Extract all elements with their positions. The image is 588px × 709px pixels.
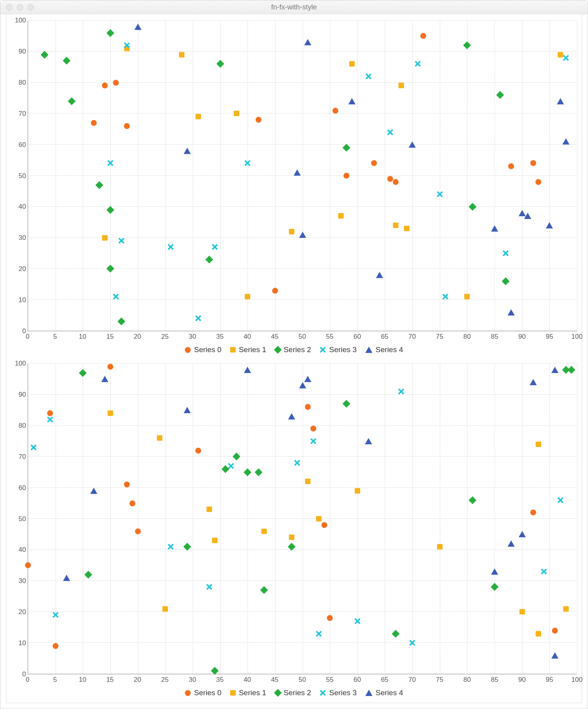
data-point-series-4: [348, 98, 355, 104]
data-point-series-1: [393, 223, 398, 228]
plot-area: [28, 364, 577, 674]
data-point-series-2: [470, 497, 475, 503]
data-point-series-3: [437, 191, 443, 197]
data-point-series-2: [212, 668, 218, 674]
x-tick-label: 25: [161, 333, 169, 341]
data-point-series-4: [244, 367, 251, 373]
legend-item-3: Series 3: [320, 689, 357, 697]
data-point-series-4: [491, 225, 498, 232]
data-point-series-3: [212, 244, 218, 250]
data-point-series-2: [80, 370, 86, 376]
data-point-series-3: [557, 497, 564, 503]
x-tick-label: 85: [491, 676, 498, 684]
legend-marker-icon: [274, 689, 282, 697]
y-tick-label: 0: [11, 670, 26, 678]
data-point-series-4: [63, 575, 70, 581]
data-point-series-3: [541, 568, 547, 575]
data-point-series-4: [299, 382, 306, 388]
data-point-series-3: [409, 640, 415, 646]
x-tick-label: 30: [189, 676, 196, 684]
data-point-series-0: [530, 510, 536, 516]
legend-item-1: Series 1: [230, 689, 266, 697]
data-point-series-2: [97, 182, 102, 188]
data-point-series-0: [52, 643, 58, 649]
scatter-chart-0: 0102030405060708090100051015202530354045…: [11, 20, 577, 356]
data-point-series-4: [299, 232, 306, 238]
x-tick-label: 55: [326, 333, 333, 341]
data-point-series-1: [563, 606, 569, 612]
x-tick-label: 15: [106, 333, 114, 341]
data-point-series-4: [551, 367, 558, 373]
legend-marker-icon: [230, 347, 236, 353]
data-point-series-3: [206, 584, 212, 590]
data-point-series-4: [288, 413, 295, 419]
x-tick-label: 35: [216, 676, 223, 684]
y-tick-label: 80: [11, 79, 26, 87]
x-tick-label: 45: [271, 676, 279, 684]
legend-label: Series 4: [376, 345, 403, 354]
data-point-series-1: [558, 52, 563, 58]
data-point-series-3: [316, 631, 322, 637]
x-tick-label: 100: [571, 333, 582, 341]
data-point-series-3: [294, 460, 300, 466]
app-window: fn-fx-with-style 01020304050607080901000…: [0, 0, 588, 709]
x-tick-label: 10: [79, 333, 86, 341]
y-tick-label: 50: [11, 515, 26, 523]
data-point-series-4: [524, 213, 531, 219]
y-tick-label: 50: [11, 172, 26, 180]
x-tick-label: 20: [134, 333, 141, 341]
y-tick-label: 40: [11, 546, 26, 554]
data-point-series-1: [398, 83, 404, 88]
data-point-series-0: [508, 163, 514, 169]
y-tick-label: 10: [11, 639, 26, 647]
data-point-series-2: [470, 204, 475, 210]
data-point-series-1: [157, 435, 162, 441]
data-point-series-4: [294, 169, 301, 176]
data-point-series-1: [536, 442, 541, 447]
data-point-series-0: [129, 500, 135, 506]
y-tick-label: 90: [11, 48, 26, 56]
data-point-series-1: [404, 226, 409, 231]
data-point-series-3: [30, 444, 37, 451]
content-area: 0102030405060708090100051015202530354045…: [6, 14, 582, 703]
legend-marker-icon: [185, 347, 191, 353]
data-point-series-0: [91, 120, 97, 126]
x-tick-label: 15: [106, 676, 114, 684]
legend-marker-icon: [365, 347, 372, 353]
data-point-series-2: [569, 367, 574, 373]
data-point-series-0: [530, 160, 536, 166]
legend-label: Series 2: [284, 689, 311, 697]
data-point-series-3: [354, 618, 361, 624]
data-point-series-1: [349, 61, 355, 67]
data-point-series-1: [289, 229, 294, 234]
data-point-series-2: [108, 207, 113, 213]
data-point-series-3: [167, 544, 174, 550]
data-point-series-0: [343, 173, 349, 179]
data-point-series-2: [344, 401, 349, 406]
data-point-series-3: [398, 388, 404, 395]
x-tick-label: 30: [189, 333, 196, 341]
window-title: fn-fx-with-style: [0, 3, 588, 11]
data-point-series-2: [245, 470, 250, 475]
y-tick-label: 30: [11, 234, 26, 242]
data-point-series-0: [387, 176, 393, 182]
data-point-series-0: [536, 179, 541, 185]
x-tick-label: 80: [463, 333, 471, 341]
data-point-series-4: [530, 379, 537, 385]
x-tick-label: 90: [518, 333, 526, 341]
y-tick-label: 70: [11, 110, 26, 118]
x-axis: 0510152025303540455055606570758085909510…: [28, 331, 577, 344]
data-point-series-3: [47, 416, 53, 423]
data-point-series-2: [207, 257, 212, 262]
data-point-series-0: [135, 528, 141, 534]
data-point-series-2: [464, 43, 470, 48]
scatter-chart-1: 0102030405060708090100051015202530354045…: [11, 364, 577, 700]
data-point-series-0: [327, 615, 333, 621]
data-point-series-4: [508, 540, 515, 547]
y-tick-label: 60: [11, 141, 26, 149]
data-point-series-3: [107, 160, 114, 166]
x-tick-label: 65: [381, 333, 389, 341]
x-tick-label: 50: [299, 333, 306, 341]
data-point-series-2: [218, 61, 223, 67]
data-point-series-1: [234, 111, 239, 116]
